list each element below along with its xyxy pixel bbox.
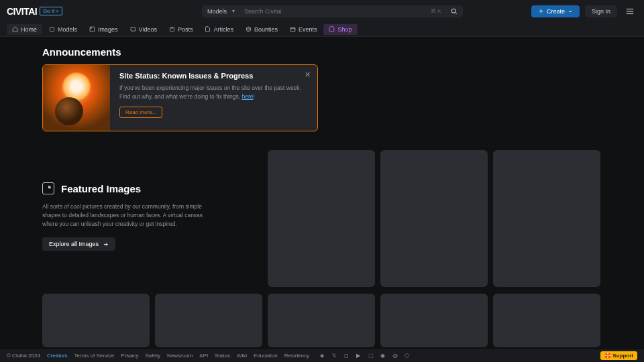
featured-title: Featured Images [61,183,141,194]
footer-wiki[interactable]: Wiki [237,353,247,359]
featured-intro: Featured Images All sorts of cool pictur… [42,150,261,287]
signin-button[interactable]: Sign In [585,5,617,17]
home-icon [12,26,18,32]
tab-articles[interactable]: Articles [199,24,239,35]
announcement-link[interactable]: here [241,93,253,100]
youtube-icon[interactable]: ▶ [356,353,363,359]
footer-education[interactable]: Education [254,353,278,359]
announcements-heading: Announcements [42,46,602,58]
image-card[interactable] [268,294,375,347]
image-card[interactable] [268,150,375,287]
svg-point-7 [91,27,91,28]
footer-residency[interactable]: Residency [284,353,309,359]
search-bar: Models ⌘ K [202,5,463,17]
logo-text: CIVITAI [7,6,37,17]
featured-grid-row2 [42,294,602,347]
videos-icon [130,26,136,32]
search-category-select[interactable]: Models [202,5,239,17]
threads-icon[interactable]: @ [392,353,399,359]
featured-desc: All sorts of cool pictures created by ou… [42,202,217,228]
footer-social: ◈ 𝕏 ◻ ▶ ⬚ ◉ @ ⬡ [320,353,411,359]
x-icon[interactable]: 𝕏 [332,353,339,359]
search-input[interactable] [239,5,427,17]
explore-images-button[interactable]: Explore all Images [42,237,115,251]
footer-tos[interactable]: Terms of Service [74,353,115,359]
announcement-card: Site Status: Known Issues & Progress If … [42,64,318,131]
tab-bounties[interactable]: Bounties [240,24,283,35]
bounties-icon [246,26,252,32]
svg-rect-8 [131,27,136,31]
create-button[interactable]: Create [531,5,580,17]
support-button[interactable]: 🛟 Support [600,351,637,360]
close-icon[interactable]: ✕ [305,70,311,79]
arrow-right-icon [103,241,109,247]
twitch-icon[interactable]: ⬚ [368,353,375,359]
announcement-desc: If you've been experiencing major issues… [119,84,308,101]
nav-tabs: Home Models Images Videos Posts Articles… [0,22,644,37]
images-icon [89,26,95,32]
tab-posts[interactable]: Posts [164,24,199,35]
shop-icon [329,26,335,32]
chevron-down-icon [568,9,573,14]
svg-rect-6 [90,27,95,32]
image-card[interactable] [42,294,150,347]
reddit-icon[interactable]: ◉ [380,353,387,359]
instagram-icon[interactable]: ◻ [344,353,351,359]
top-header: CIVITAI Do It > Models ⌘ K Create Sign I… [0,0,644,22]
svg-rect-5 [50,27,54,32]
footer-creators[interactable]: Creators [47,353,68,359]
search-shortcut: ⌘ K [427,5,445,17]
featured-section: Featured Images All sorts of cool pictur… [42,150,602,287]
image-icon [42,182,54,194]
events-icon [290,26,296,32]
svg-rect-9 [170,27,174,32]
image-card[interactable] [380,294,488,347]
footer-privacy[interactable]: Privacy [121,353,138,359]
footer-copyright: © Civitai 2024 [7,353,40,359]
image-card[interactable] [493,150,600,287]
footer-status[interactable]: Status [215,353,230,359]
svg-point-0 [451,9,455,13]
svg-point-12 [248,28,250,30]
svg-line-1 [455,12,457,14]
search-button[interactable] [445,5,463,17]
featured-grid [268,150,602,287]
logo[interactable]: CIVITAI Do It > [7,6,62,17]
image-card[interactable] [155,294,262,347]
posts-icon [169,26,175,32]
discord-icon[interactable]: ◈ [320,353,327,359]
image-card[interactable] [380,150,488,287]
main-content: Announcements Site Status: Known Issues … [0,37,644,347]
tab-events[interactable]: Events [284,24,323,35]
tab-shop[interactable]: Shop [323,24,357,35]
announcement-image [43,65,110,131]
articles-icon [205,26,211,32]
announcement-body: Site Status: Known Issues & Progress If … [110,65,317,131]
announcement-title: Site Status: Known Issues & Progress [119,72,308,80]
models-icon [49,26,55,32]
svg-point-11 [246,27,251,32]
tab-home[interactable]: Home [7,24,42,35]
tab-videos[interactable]: Videos [125,24,162,35]
logo-badge: Do It > [40,7,62,15]
footer-api[interactable]: API [199,353,208,359]
read-more-button[interactable]: Read more... [119,107,162,118]
hamburger-icon [625,7,635,16]
menu-button[interactable] [623,4,637,19]
image-card[interactable] [493,294,600,347]
tab-images[interactable]: Images [84,24,123,35]
tab-models[interactable]: Models [44,24,83,35]
svg-rect-13 [290,27,295,32]
footer-newsroom[interactable]: Newsroom [167,353,193,359]
github-icon[interactable]: ⬡ [405,353,411,359]
plus-icon [538,8,544,14]
search-icon [451,8,458,15]
footer: © Civitai 2024 Creators Terms of Service… [0,349,644,362]
footer-safety[interactable]: Safety [145,353,160,359]
